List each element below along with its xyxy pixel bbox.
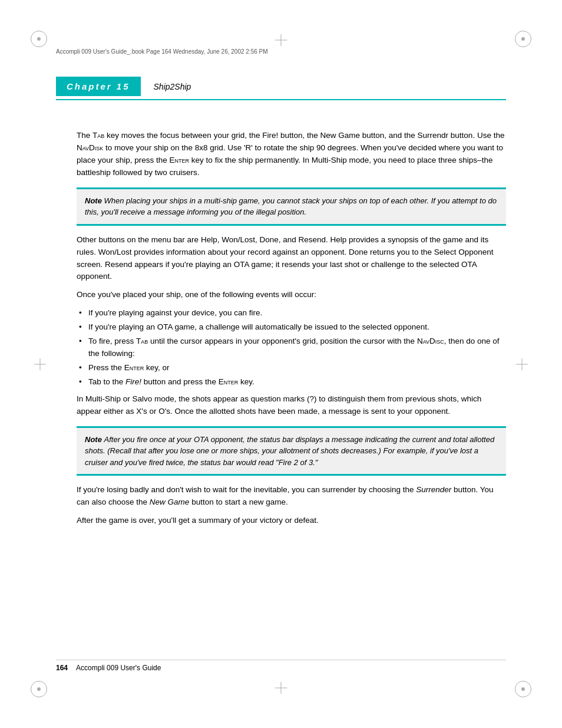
bullet-item: To fire, press Tab until the cursor appe…: [77, 335, 506, 360]
chapter-line: [56, 99, 506, 100]
note-label-1: Note: [85, 196, 102, 205]
footer-page-number: 164: [56, 664, 68, 672]
chapter-header: Chapter 15 Ship2Ship: [56, 77, 506, 96]
reg-mark-br: [515, 681, 531, 697]
bullet-list: If you're playing against your device, y…: [77, 307, 506, 388]
note-box-2: Note After you fire once at your OTA opp…: [77, 426, 506, 476]
paragraph-6: After the game is over, you'll get a sum…: [77, 515, 506, 527]
note-label-2: Note: [85, 435, 102, 444]
paragraph-4: In Multi-Ship or Salvo mode, the shots a…: [77, 393, 506, 418]
footer-title: Accompli 009 User's Guide: [76, 664, 161, 672]
note-box-1: Note When placing your ships in a multi-…: [77, 187, 506, 226]
bullet-item: If you're playing an OTA game, a challen…: [77, 321, 506, 334]
crosshair-top: [275, 34, 287, 46]
main-content: The Tab key moves the focus between your…: [77, 130, 506, 533]
footer: 164 Accompli 009 User's Guide: [56, 660, 506, 672]
crosshair-bottom: [275, 682, 287, 694]
chapter-label: Chapter 15: [67, 81, 130, 91]
paragraph-2: Other buttons on the menu bar are Help, …: [77, 234, 506, 284]
bullet-item: If you're playing against your device, y…: [77, 307, 506, 319]
top-metadata: Accompli 009 User's Guide_.book Page 164…: [56, 48, 506, 55]
meta-text: Accompli 009 User's Guide_.book Page 164…: [56, 48, 268, 55]
note-content-1: When placing your ships in a multi-ship …: [85, 196, 497, 217]
paragraph-1: The Tab key moves the focus between your…: [77, 130, 506, 179]
bullet-item: Press the Enter key, or: [77, 362, 506, 374]
reg-mark-bl: [31, 681, 47, 697]
bullet-item: Tab to the Fire! button and press the En…: [77, 376, 506, 388]
chapter-tab: Chapter 15: [56, 77, 141, 96]
crosshair-left: [34, 358, 46, 370]
paragraph-5: If you're losing badly and don't wish to…: [77, 484, 506, 509]
note-content-2: After you fire once at your OTA opponent…: [85, 435, 494, 467]
crosshair-right: [516, 358, 528, 370]
reg-mark-tr: [515, 31, 531, 47]
reg-mark-tl: [31, 31, 47, 47]
chapter-subtitle: Ship2Ship: [154, 82, 191, 91]
footer-spacer: [70, 664, 76, 672]
paragraph-3: Once you've placed your ship, one of the…: [77, 289, 506, 301]
